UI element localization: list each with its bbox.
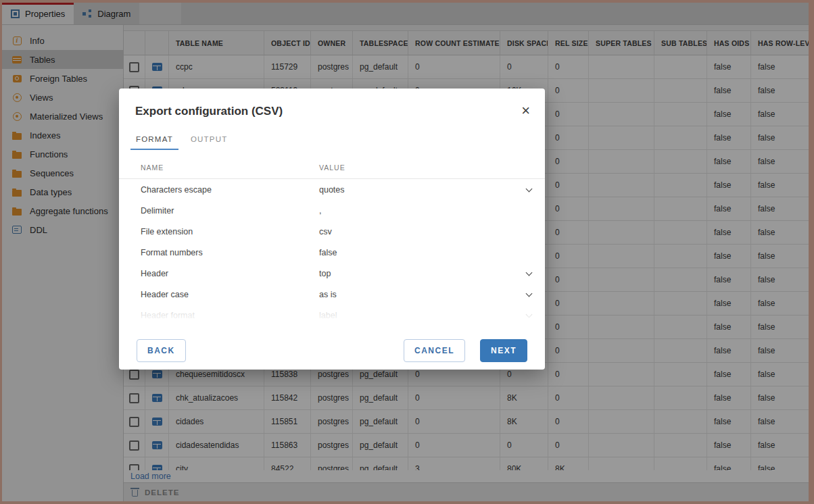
dialog-setting-row: Header formatlabel: [119, 305, 545, 321]
setting-value: label: [319, 311, 337, 320]
setting-value-field[interactable]: label: [319, 311, 531, 320]
setting-value: quotes: [319, 185, 345, 195]
dialog-settings-list: Characters escapequotesDelimiter,File ex…: [119, 179, 545, 321]
setting-name: Characters escape: [141, 185, 319, 195]
dialog-setting-row: Characters escapequotes: [119, 179, 545, 200]
setting-name: Header case: [141, 290, 319, 299]
dialog-title: Export configuration (CSV): [135, 105, 283, 118]
dialog-setting-row: File extensioncsv: [119, 221, 545, 242]
chevron-down-icon[interactable]: [526, 290, 533, 297]
setting-value: ,: [319, 206, 321, 216]
setting-value-field[interactable]: as is: [319, 290, 531, 299]
setting-value: false: [319, 248, 337, 257]
setting-name: Header: [141, 269, 319, 278]
back-button[interactable]: BACK: [137, 339, 186, 362]
setting-value-field[interactable]: csv: [319, 227, 531, 236]
dialog-setting-row: Delimiter,: [119, 200, 545, 221]
cancel-button[interactable]: CANCEL: [404, 339, 465, 362]
setting-value: csv: [319, 227, 332, 236]
chevron-down-icon[interactable]: [526, 185, 533, 192]
app-window: PropertiesDiagram InfoTablesForeign Tabl…: [0, 0, 814, 504]
export-configuration-dialog: Export configuration (CSV) × FORMATOUTPU…: [119, 89, 545, 370]
dialog-tab-format[interactable]: FORMAT: [130, 132, 178, 150]
dialog-tab-output[interactable]: OUTPUT: [185, 132, 233, 150]
chevron-down-icon[interactable]: [526, 269, 533, 276]
dialog-value-column-header: VALUE: [319, 163, 529, 172]
dialog-setting-row: Headertop: [119, 263, 545, 284]
setting-value-field[interactable]: ,: [319, 206, 531, 216]
dialog-tabs: FORMATOUTPUT: [119, 132, 545, 150]
setting-value: top: [319, 269, 331, 278]
dialog-name-column-header: NAME: [141, 163, 319, 172]
setting-name: Header format: [141, 311, 319, 320]
setting-name: Format numbers: [141, 248, 319, 257]
setting-value-field[interactable]: top: [319, 269, 531, 278]
setting-name: File extension: [141, 227, 319, 236]
next-button[interactable]: NEXT: [480, 339, 527, 362]
setting-value-field[interactable]: false: [319, 248, 531, 257]
close-icon[interactable]: ×: [521, 105, 530, 117]
setting-value-field[interactable]: quotes: [319, 185, 531, 195]
setting-name: Delimiter: [141, 206, 319, 216]
dialog-setting-row: Header caseas is: [119, 284, 545, 305]
dialog-setting-row: Format numbersfalse: [119, 242, 545, 263]
chevron-down-icon[interactable]: [526, 311, 533, 318]
setting-value: as is: [319, 290, 337, 299]
